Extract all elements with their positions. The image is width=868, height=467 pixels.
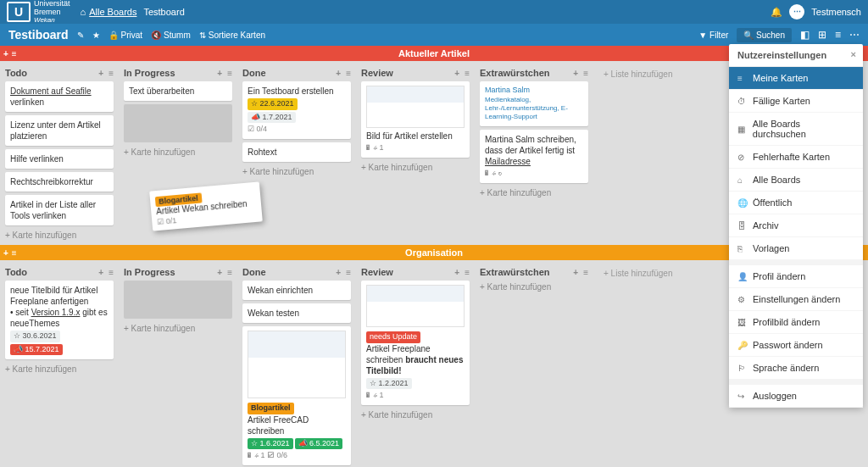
lane-add-icon[interactable]: + xyxy=(3,248,8,258)
card[interactable]: Dokument auf Seafile verlinken xyxy=(5,81,114,112)
list-header[interactable]: Todo+≡ xyxy=(5,264,114,281)
list-add-icon[interactable]: + xyxy=(336,69,341,78)
menu-item-icon: ≡ xyxy=(737,74,748,83)
list-header[interactable]: Extrawürstchen+≡ xyxy=(480,64,588,81)
list-header[interactable]: Review+≡ xyxy=(361,264,470,281)
lane-menu-icon[interactable]: ≡ xyxy=(12,248,17,258)
notifications-icon[interactable]: 🔔 xyxy=(771,7,782,18)
card[interactable]: Martina SalmMedienkatalog, Lehr-/Lernunt… xyxy=(480,81,588,126)
menu-item[interactable]: ⊘Fehlerhafte Karten xyxy=(729,146,863,169)
menu-item-icon: 🖼 xyxy=(737,318,748,327)
add-card-button[interactable]: + Karte hinzufügen xyxy=(361,409,470,421)
lane-menu-icon[interactable]: ≡ xyxy=(12,49,17,58)
sort-button[interactable]: ⇅Sortiere Karten xyxy=(199,31,265,40)
menu-item[interactable]: ≡Meine Karten xyxy=(729,67,863,90)
menu-item[interactable]: 🏳Sprache ändern xyxy=(729,357,863,380)
menu-item[interactable]: 🖼Profilbild ändern xyxy=(729,311,863,334)
username[interactable]: Testmensch xyxy=(811,7,861,17)
add-card-button[interactable]: + Karte hinzufügen xyxy=(242,165,351,178)
menu-item[interactable]: ⚙Einstellungen ändern xyxy=(729,288,863,311)
menu-item[interactable]: 🔑Passwort ändern xyxy=(729,334,863,357)
card[interactable]: neue Titelbild für Artikel Freeplane anf… xyxy=(5,281,114,359)
menu-title: Nutzereinstellungen × xyxy=(729,44,863,67)
card[interactable]: Ein Testboard erstellen☆ 22.6.2021📣 1.7.… xyxy=(242,81,351,139)
add-list-button[interactable]: + Liste hinzufügen xyxy=(598,264,707,283)
card[interactable]: Rohtext xyxy=(242,142,351,162)
list-add-icon[interactable]: + xyxy=(217,268,222,277)
list-menu-icon[interactable]: ≡ xyxy=(583,69,588,78)
avatar[interactable]: ⋯ xyxy=(789,4,804,19)
list: Done+≡Wekan einrichtenWekan testenBlogar… xyxy=(237,260,356,467)
list-menu-icon[interactable]: ≡ xyxy=(583,268,588,277)
add-card-button[interactable]: + Karte hinzufügen xyxy=(480,281,588,293)
list-header[interactable]: Done+≡ xyxy=(242,264,351,281)
menu-item[interactable]: ↪Ausloggen xyxy=(729,385,863,408)
card-text: Dokument auf Seafile verlinken xyxy=(10,86,108,108)
menu-item[interactable]: ⌂Alle Boards xyxy=(729,169,863,192)
card[interactable]: Martina Salm schreiben, dass der Artikel… xyxy=(480,130,588,183)
lane-add-icon[interactable]: + xyxy=(3,49,8,58)
list-menu-icon[interactable]: ≡ xyxy=(465,268,470,277)
list-menu-icon[interactable]: ≡ xyxy=(346,69,351,78)
toolbar-icon-4[interactable]: ⋯ xyxy=(849,29,860,41)
list-add-icon[interactable]: + xyxy=(336,268,341,277)
add-list-button[interactable]: + Liste hinzufügen xyxy=(598,64,707,84)
menu-item-label: Meine Karten xyxy=(753,73,808,83)
menu-item[interactable]: 👤Profil ändern xyxy=(729,265,863,288)
list-add-icon[interactable]: + xyxy=(454,268,459,277)
add-card-button[interactable]: + Karte hinzufügen xyxy=(5,229,114,242)
card[interactable]: Rechtschreibkorrektur xyxy=(5,172,114,192)
list-menu-icon[interactable]: ≡ xyxy=(465,69,470,78)
list-add-icon[interactable]: + xyxy=(573,69,578,78)
add-card-button[interactable]: + Karte hinzufügen xyxy=(124,146,232,158)
toolbar-icon-2[interactable]: ⊞ xyxy=(818,29,826,41)
toolbar-icon-3[interactable]: ≡ xyxy=(835,29,841,41)
card[interactable]: Wekan testen xyxy=(242,303,351,323)
card[interactable]: Wekan einrichten xyxy=(242,281,351,300)
mute-button[interactable]: 🔇Stumm xyxy=(151,31,191,40)
logo[interactable]: U Universität Bremen Wekan xyxy=(7,0,70,24)
menu-item[interactable]: 🗄Archiv xyxy=(729,214,863,237)
list-add-icon[interactable]: + xyxy=(454,69,459,78)
card[interactable]: BlogartikelArtikel FreeCAD schreiben☆ 1.… xyxy=(242,326,351,465)
list-add-icon[interactable]: + xyxy=(98,268,103,277)
card[interactable]: Hilfe verlinken xyxy=(5,149,114,169)
menu-item[interactable]: 🌐Öffentlich xyxy=(729,192,863,214)
menu-item[interactable]: ⎘Vorlagen xyxy=(729,237,863,260)
filter-button[interactable]: ▼Filter xyxy=(698,31,728,40)
edit-icon[interactable]: ✎ xyxy=(77,31,84,40)
add-card-button[interactable]: + Karte hinzufügen xyxy=(124,322,232,335)
privacy-button[interactable]: 🔒Privat xyxy=(108,31,143,40)
list-menu-icon[interactable]: ≡ xyxy=(108,69,114,78)
toolbar-icon-1[interactable]: ◧ xyxy=(800,29,810,41)
list-menu-icon[interactable]: ≡ xyxy=(346,268,351,277)
add-card-button[interactable]: + Karte hinzufügen xyxy=(361,161,470,174)
list-header[interactable]: Done+≡ xyxy=(242,64,351,81)
card[interactable]: Artikel in der Liste aller Tools verlink… xyxy=(5,195,114,225)
close-icon[interactable]: × xyxy=(851,49,856,59)
add-card-button[interactable]: + Karte hinzufügen xyxy=(480,186,588,199)
list-menu-icon[interactable]: ≡ xyxy=(108,268,114,277)
list-add-icon[interactable]: + xyxy=(98,69,103,78)
card[interactable]: Bild für Artikel erstellen�န 1 xyxy=(361,81,470,158)
list-header[interactable]: Extrawürstchen+≡ xyxy=(480,264,588,281)
list-header[interactable]: In Progress+≡ xyxy=(124,264,232,281)
all-boards-link[interactable]: Alle Boards xyxy=(89,7,136,17)
card[interactable]: needs UpdateArtikel Freeplane schreiben … xyxy=(361,281,470,405)
list-add-icon[interactable]: + xyxy=(573,268,578,277)
list-header[interactable]: In Progress+≡ xyxy=(124,64,232,81)
star-icon[interactable]: ★ xyxy=(92,31,100,40)
card[interactable]: Lizenz unter dem Artikel platzieren xyxy=(5,115,114,146)
card[interactable]: Text überarbeiten xyxy=(124,81,232,101)
home-icon[interactable]: ⌂ xyxy=(81,7,86,17)
list-menu-icon[interactable]: ≡ xyxy=(227,268,232,277)
menu-item[interactable]: ▦Alle Boards durchsuchen xyxy=(729,113,863,146)
menu-item[interactable]: ⏱Fällige Karten xyxy=(729,90,863,113)
list-header[interactable]: Review+≡ xyxy=(361,64,470,81)
search-button[interactable]: 🔍 Suchen xyxy=(737,28,792,42)
add-card-button[interactable]: + Karte hinzufügen xyxy=(5,363,114,375)
list-add-icon[interactable]: + xyxy=(217,69,222,78)
list-menu-icon[interactable]: ≡ xyxy=(227,69,232,78)
list-header[interactable]: Todo+≡ xyxy=(5,64,114,81)
breadcrumb-board[interactable]: Testboard xyxy=(143,7,184,17)
